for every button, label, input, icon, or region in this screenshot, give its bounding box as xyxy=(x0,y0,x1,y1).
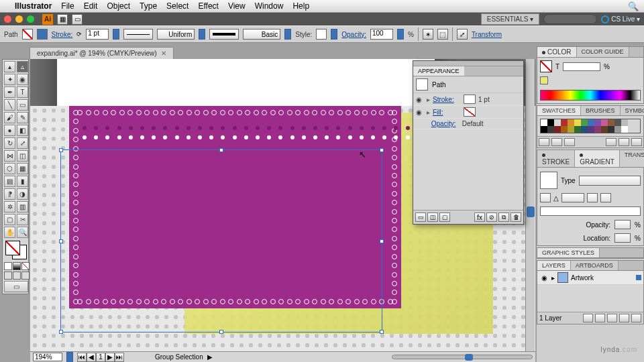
width-tool[interactable]: ⋈ xyxy=(4,150,15,162)
graph-tool[interactable]: ▥ xyxy=(17,201,28,213)
stroke-gradient-panel[interactable]: STROKE GRADIENT TRANSPARE Type △ Opacity… xyxy=(537,149,644,246)
draw-normal-icon[interactable] xyxy=(4,272,12,280)
horizontal-scrollbar[interactable] xyxy=(392,355,533,359)
swatch-cell[interactable] xyxy=(608,126,614,133)
window-close-button[interactable] xyxy=(4,15,11,23)
delete-layer-icon[interactable] xyxy=(631,314,641,322)
swatch-cell[interactable] xyxy=(547,119,554,126)
gradient-slider[interactable] xyxy=(540,206,641,216)
profile-dropdown[interactable]: Uniform xyxy=(157,29,195,40)
swatch-cell[interactable] xyxy=(588,119,594,126)
transform-icon[interactable]: ⤢ xyxy=(457,29,468,40)
handle-tr[interactable] xyxy=(380,148,384,152)
color-value-input[interactable] xyxy=(563,62,600,71)
last-artboard-button[interactable]: ⏭ xyxy=(115,353,124,362)
swatch-cell[interactable] xyxy=(614,126,621,133)
cs-live-button[interactable]: CS Live ▾ xyxy=(601,15,640,23)
tab-color[interactable]: COLOR xyxy=(537,47,577,57)
swatch-cell[interactable] xyxy=(568,126,574,133)
appearance-row-stroke[interactable]: ◉ ▸ Stroke: 1 pt xyxy=(413,93,523,106)
variable-width-profile[interactable] xyxy=(123,29,153,40)
hand-tool[interactable]: ✋ xyxy=(4,227,15,238)
close-tab-icon[interactable]: ✕ xyxy=(161,50,166,57)
add-effect-icon[interactable]: fx xyxy=(474,213,485,222)
perspective-tool[interactable]: ▦ xyxy=(17,163,28,174)
visibility-icon[interactable]: ◉ xyxy=(416,109,424,116)
tab-graphic-styles[interactable]: GRAPHIC STYLES xyxy=(537,248,600,257)
line-tool[interactable]: ╲ xyxy=(4,99,15,111)
blob-brush-tool[interactable]: ● xyxy=(4,125,15,136)
swatch-cell[interactable] xyxy=(608,119,614,126)
mesh-tool[interactable]: ▤ xyxy=(4,176,15,187)
visibility-icon[interactable]: ◉ xyxy=(416,96,424,103)
opacity-dd-arrow[interactable] xyxy=(397,29,404,40)
color-mode-icon[interactable] xyxy=(4,262,12,270)
color-panel[interactable]: COLOR COLOR GUIDE T % xyxy=(537,46,644,104)
menu-effect[interactable]: Effect xyxy=(198,1,218,11)
zoom-tool[interactable]: 🔍 xyxy=(17,227,28,238)
selection-bounds[interactable] xyxy=(60,149,382,333)
stroke-weight-dropdown[interactable] xyxy=(113,29,119,40)
style-dd-arrow[interactable] xyxy=(331,29,337,40)
swatch-cell[interactable] xyxy=(554,119,561,126)
tab-layers[interactable]: LAYERS xyxy=(537,261,571,270)
rotate-tool[interactable]: ↻ xyxy=(4,137,15,149)
handle-tm[interactable] xyxy=(219,148,223,152)
type-tool[interactable]: T xyxy=(17,86,28,98)
opacity-input[interactable]: 100 xyxy=(370,29,393,40)
layer-disclosure-icon[interactable]: ▸ xyxy=(551,274,555,282)
workspace-switcher[interactable]: ESSENTIALS ▾ xyxy=(481,13,539,25)
new-art-basic-icon[interactable]: ▭ xyxy=(415,213,426,222)
artboard-index[interactable]: 1 xyxy=(96,353,105,362)
last-color-swatch[interactable] xyxy=(540,76,548,84)
swatch-cell[interactable] xyxy=(581,126,588,133)
none-mode-icon[interactable] xyxy=(21,262,30,270)
swatch-cell[interactable] xyxy=(588,126,594,133)
swatch-cell[interactable] xyxy=(621,126,628,133)
app-name[interactable]: Illustrator xyxy=(15,1,52,11)
menu-object[interactable]: Object xyxy=(107,1,130,11)
eraser-tool[interactable]: ◧ xyxy=(17,125,28,136)
swatch-libraries-icon[interactable] xyxy=(539,138,549,146)
tab-color-guide[interactable]: COLOR GUIDE xyxy=(577,47,629,57)
new-fill-icon[interactable]: ▢ xyxy=(439,213,450,222)
search-input[interactable] xyxy=(543,14,597,24)
layer-row[interactable]: ◉ ▸ Artwork xyxy=(537,271,643,285)
handle-br[interactable] xyxy=(380,330,384,334)
gradient-opacity-input[interactable] xyxy=(614,220,631,229)
menu-help[interactable]: Help xyxy=(292,1,309,11)
swatch-cell[interactable] xyxy=(568,119,574,126)
mac-menubar[interactable]: Illustrator File Edit Object Type Select… xyxy=(0,0,644,13)
stroke-value-text[interactable]: 1 pt xyxy=(478,96,490,103)
menu-edit[interactable]: Edit xyxy=(84,1,98,11)
menu-view[interactable]: View xyxy=(228,1,246,11)
disclosure-icon[interactable]: ▸ xyxy=(427,96,430,103)
new-group-icon[interactable] xyxy=(606,138,616,146)
color-spectrum[interactable] xyxy=(540,90,641,101)
swatch-cell[interactable] xyxy=(601,126,608,133)
window-minimize-button[interactable] xyxy=(15,15,23,23)
gradient-tool[interactable]: ▮ xyxy=(17,176,28,187)
disclosure-icon[interactable]: ▸ xyxy=(427,109,430,116)
swatch-cell[interactable] xyxy=(547,126,554,133)
fill-value-swatch[interactable] xyxy=(464,107,476,117)
swatch-cell[interactable] xyxy=(574,126,581,133)
gradient-mode-icon[interactable] xyxy=(13,262,21,270)
fill-stroke-swatches[interactable] xyxy=(4,239,28,261)
tab-symbols[interactable]: SYMBOLS xyxy=(621,106,644,115)
swatch-cell[interactable] xyxy=(614,119,621,126)
vertical-scrollbar[interactable] xyxy=(525,59,535,351)
tab-transparency[interactable]: TRANSPARE xyxy=(620,150,644,167)
blend-tool[interactable]: ◑ xyxy=(17,188,28,200)
first-artboard-button[interactable]: ⏮ xyxy=(77,353,87,362)
recolor-icon[interactable]: ✶ xyxy=(423,29,433,40)
fill-swatch[interactable] xyxy=(22,29,33,40)
tab-artboards[interactable]: ARTBOARDS xyxy=(571,261,619,270)
graphic-styles-panel[interactable]: GRAPHIC STYLES xyxy=(537,247,644,259)
handle-tl[interactable] xyxy=(59,148,63,152)
eyedropper-tool[interactable]: ⁋ xyxy=(4,188,15,200)
transform-link[interactable]: Transform xyxy=(472,31,502,38)
opacity-link[interactable]: Opacity: xyxy=(341,31,366,38)
shape-builder-tool[interactable]: ⬡ xyxy=(4,163,15,174)
draw-inside-icon[interactable] xyxy=(21,272,30,280)
